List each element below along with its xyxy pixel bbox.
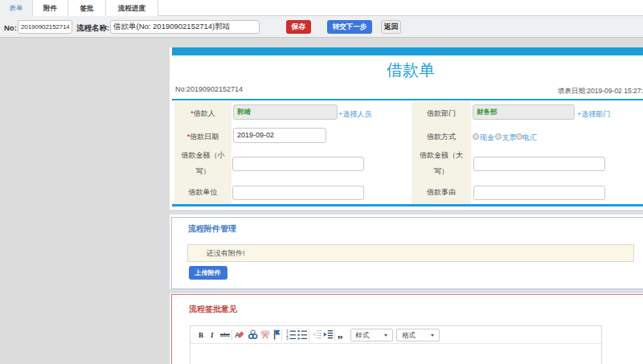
svg-text:3: 3 [286,336,289,340]
